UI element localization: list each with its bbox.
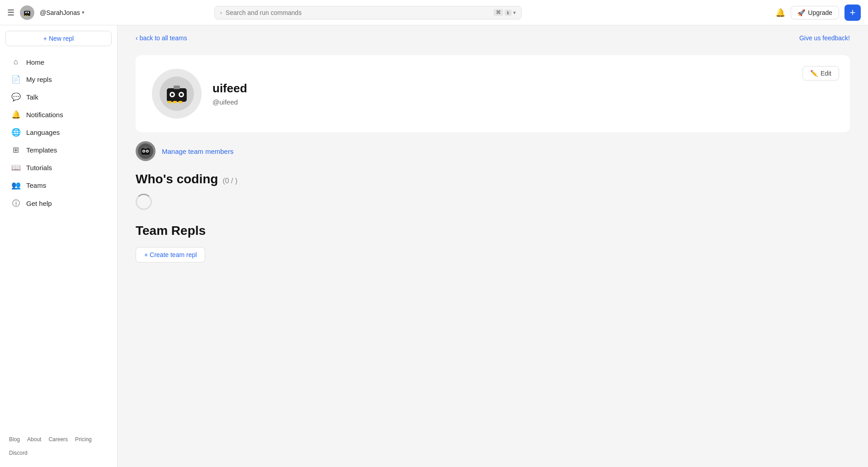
sidebar-item-tutorials[interactable]: 📖 Tutorials: [2, 159, 115, 176]
sidebar-item-teams[interactable]: 👥 Teams: [2, 176, 115, 194]
team-info: uifeed @uifeed: [212, 81, 834, 106]
whos-coding-section: Who's coding (0 / ): [136, 172, 850, 210]
body: + New repl ⌂ Home 📄 My repls 💬 Talk 🔔 No…: [0, 25, 868, 467]
svg-rect-16: [179, 101, 182, 103]
sidebar-item-talk-label: Talk: [26, 93, 38, 101]
search-keyboard-shortcut: ⌘ k ▾: [494, 9, 516, 16]
back-to-all-teams-link[interactable]: ‹ back to all teams: [136, 34, 187, 42]
sidebar-item-my-repls[interactable]: 📄 My repls: [2, 71, 115, 88]
main-content: ‹ back to all teams Give us feedback!: [118, 25, 868, 467]
new-repl-button[interactable]: + New repl: [5, 31, 112, 46]
sidebar-item-languages-label: Languages: [26, 129, 60, 136]
templates-icon: ⊞: [11, 145, 21, 155]
sidebar-item-home[interactable]: ⌂ Home: [2, 53, 115, 71]
topbar: ☰ @SarahJonas ▾ › ⌘ k ▾ 🔔 🚀 Upgrade: [0, 0, 868, 25]
team-handle: @uifeed: [212, 98, 834, 106]
edit-label: Edit: [821, 70, 831, 77]
sidebar-item-talk[interactable]: 💬 Talk: [2, 88, 115, 106]
svg-rect-23: [144, 147, 147, 149]
new-repl-label: + New repl: [43, 35, 74, 42]
footer-link-about[interactable]: About: [27, 436, 41, 443]
search-prompt-icon: ›: [220, 9, 222, 16]
sidebar-item-notifications-label: Notifications: [26, 111, 63, 119]
svg-point-21: [143, 150, 145, 152]
sidebar-item-templates[interactable]: ⊞ Templates: [2, 141, 115, 159]
teams-icon: 👥: [11, 181, 21, 190]
sidebar-item-home-label: Home: [26, 58, 44, 66]
user-avatar[interactable]: [20, 5, 34, 20]
whos-coding-label: Who's coding: [136, 172, 218, 186]
loading-spinner: [136, 194, 152, 210]
username-label: @SarahJonas: [40, 9, 80, 16]
topbar-right: 🔔 🚀 Upgrade +: [775, 5, 861, 21]
sidebar-item-languages[interactable]: 🌐 Languages: [2, 124, 115, 141]
new-item-button[interactable]: +: [844, 5, 861, 21]
team-card: uifeed @uifeed ✏️ Edit: [136, 55, 850, 132]
sidebar-item-tutorials-label: Tutorials: [26, 164, 52, 172]
svg-rect-5: [25, 15, 26, 16]
chat-icon: 💬: [11, 92, 21, 102]
whos-coding-count: (0 / ): [222, 177, 237, 185]
whos-coding-title: Who's coding (0 / ): [136, 172, 850, 186]
home-icon: ⌂: [11, 57, 21, 67]
sidebar-item-templates-label: Templates: [26, 146, 57, 154]
footer-link-careers[interactable]: Careers: [48, 436, 68, 443]
book-icon: 📖: [11, 163, 21, 172]
sidebar-item-my-repls-label: My repls: [26, 76, 52, 83]
bell-icon[interactable]: 🔔: [775, 8, 785, 18]
create-team-repl-button[interactable]: + Create team repl: [136, 247, 205, 262]
back-arrow-icon: ‹: [136, 34, 138, 42]
feedback-link[interactable]: Give us feedback!: [799, 34, 850, 42]
team-avatar: [152, 69, 202, 119]
team-name: uifeed: [212, 81, 834, 95]
menu-icon[interactable]: ☰: [7, 8, 14, 18]
upgrade-label: Upgrade: [808, 9, 832, 16]
sidebar-item-notifications[interactable]: 🔔 Notifications: [2, 106, 115, 124]
plus-icon: +: [850, 7, 856, 19]
svg-rect-4: [26, 10, 28, 11]
svg-point-22: [146, 150, 148, 152]
username-chevron: ▾: [82, 10, 85, 15]
svg-rect-1: [24, 11, 30, 16]
footer-link-discord[interactable]: Discord: [9, 450, 28, 456]
file-icon: 📄: [11, 75, 21, 84]
notifications-icon: 🔔: [11, 110, 21, 119]
upgrade-button[interactable]: 🚀 Upgrade: [791, 6, 839, 19]
manage-team-members-link[interactable]: Manage team members: [162, 148, 233, 155]
help-icon: ⓘ: [11, 198, 21, 209]
kbd-key: k: [505, 10, 512, 16]
edit-button[interactable]: ✏️ Edit: [802, 66, 839, 81]
manage-members-row: Manage team members: [136, 141, 850, 161]
team-repls-title: Team Repls: [136, 224, 850, 238]
footer-link-blog[interactable]: Blog: [9, 436, 20, 443]
svg-rect-2: [25, 12, 27, 13]
sidebar-footer: Blog About Careers Pricing Discord: [0, 431, 117, 462]
svg-point-12: [180, 93, 183, 96]
back-label: back to all teams: [140, 34, 187, 42]
edit-pencil-icon: ✏️: [810, 70, 818, 77]
rocket-icon: 🚀: [797, 9, 805, 16]
search-input[interactable]: [226, 9, 490, 16]
sidebar-item-teams-label: Teams: [26, 181, 46, 189]
kbd-meta: ⌘: [494, 9, 503, 16]
svg-rect-14: [168, 101, 171, 103]
svg-rect-6: [27, 15, 28, 16]
sidebar-item-get-help-label: Get help: [26, 200, 52, 207]
search-bar[interactable]: › ⌘ k ▾: [214, 6, 522, 19]
create-team-repl-label: + Create team repl: [144, 251, 197, 258]
footer-link-pricing[interactable]: Pricing: [75, 436, 92, 443]
svg-rect-13: [174, 86, 180, 89]
kbd-chevron: ▾: [513, 10, 516, 16]
svg-rect-15: [173, 101, 177, 103]
svg-rect-3: [28, 12, 29, 13]
member-avatar: [136, 141, 156, 161]
svg-point-11: [171, 93, 174, 96]
globe-icon: 🌐: [11, 128, 21, 137]
username-dropdown[interactable]: @SarahJonas ▾: [40, 9, 85, 16]
team-repls-section: Team Repls + Create team repl: [136, 224, 850, 262]
sidebar-item-get-help[interactable]: ⓘ Get help: [2, 194, 115, 213]
main-topbar: ‹ back to all teams Give us feedback!: [118, 25, 868, 46]
sidebar: + New repl ⌂ Home 📄 My repls 💬 Talk 🔔 No…: [0, 25, 118, 467]
